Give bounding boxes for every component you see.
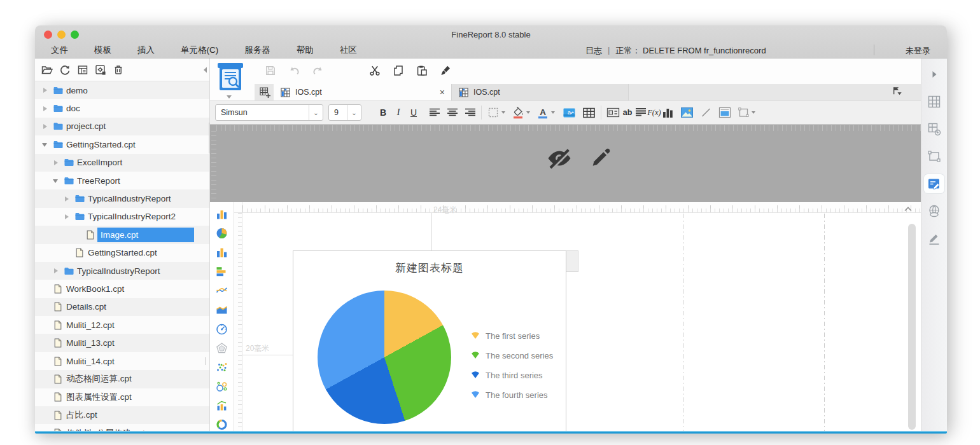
float-element-button[interactable]: [924, 147, 944, 166]
expand-right-button[interactable]: [924, 65, 944, 84]
tree-item[interactable]: doc: [35, 99, 210, 117]
chevron-down-icon[interactable]: ⌄: [309, 105, 323, 120]
undo-button[interactable]: [286, 62, 302, 79]
menu-item-5[interactable]: 服务器: [244, 44, 270, 56]
chevron-down-icon[interactable]: [52, 178, 62, 183]
tree-item[interactable]: 构件树_分层构建.cpt: [35, 424, 210, 432]
align-center-button[interactable]: [447, 108, 458, 117]
tree-item[interactable]: TreeReport: [35, 172, 210, 189]
menu-item-2[interactable]: 模板: [94, 44, 111, 56]
chart-resize-handle[interactable]: [566, 250, 578, 272]
tree-item[interactable]: project.cpt: [35, 118, 210, 135]
tree-item[interactable]: 图表属性设置.cpt: [35, 388, 210, 406]
new-template-button[interactable]: [257, 85, 272, 99]
redo-button[interactable]: [309, 62, 326, 79]
menu-item-4[interactable]: 单元格(C): [181, 44, 218, 56]
tree-item[interactable]: WorkBook1.cpt: [35, 280, 210, 298]
insert-line-button[interactable]: [700, 107, 712, 118]
chevron-down-icon[interactable]: [41, 142, 52, 147]
login-status[interactable]: 未登录: [906, 45, 930, 57]
column-chart-button[interactable]: [215, 207, 229, 221]
chevron-down-icon[interactable]: [526, 111, 530, 114]
scatter-chart-button[interactable]: [215, 360, 229, 374]
widget-settings-button[interactable]: [924, 174, 944, 193]
tree-item[interactable]: Image.cpt: [35, 226, 210, 243]
font-family-select[interactable]: Simsun ⌄: [215, 104, 323, 121]
menu-item-7[interactable]: 社区: [340, 44, 357, 56]
insert-chart-button[interactable]: [662, 107, 674, 118]
chevron-right-icon[interactable]: [41, 88, 52, 93]
menu-item-1[interactable]: 文件: [51, 44, 68, 56]
tree-item[interactable]: Muliti_12.cpt: [35, 316, 210, 334]
log-label[interactable]: 日志: [585, 45, 602, 57]
open-folder-button[interactable]: [40, 63, 54, 77]
text-widget-button[interactable]: ab: [620, 104, 635, 121]
tree-item[interactable]: Muliti_14.cpt: [35, 352, 210, 370]
chevron-right-icon[interactable]: [41, 124, 52, 129]
edit-pencil-icon[interactable]: [587, 145, 613, 172]
template-preview-button[interactable]: [216, 62, 244, 92]
formula-button[interactable]: F(x): [647, 104, 662, 121]
combo-chart-button[interactable]: [215, 399, 229, 413]
tree-item[interactable]: GettingStarted.cpt: [35, 135, 210, 153]
tree-item[interactable]: ExcelImport: [35, 154, 210, 172]
underline-button[interactable]: U: [406, 104, 421, 121]
horizontal-ruler[interactable]: [242, 202, 921, 213]
line-chart-button[interactable]: [215, 284, 229, 298]
log-status[interactable]: 日志 | 正常： DELETE FROM fr_functionrecord: [585, 45, 766, 57]
tree-item[interactable]: 占比.cpt: [35, 406, 210, 424]
report-canvas[interactable]: 24毫米 20毫米 新建图表标题 The first seriesThe sec…: [210, 202, 921, 432]
chevron-down-icon[interactable]: [551, 111, 555, 114]
chevron-down-icon[interactable]: [752, 111, 755, 114]
menu-item-6[interactable]: 帮助: [297, 44, 314, 56]
tree-item[interactable]: TypicalIndustryReport: [35, 189, 210, 207]
tree-item[interactable]: Muliti_13.cpt: [35, 334, 210, 352]
tree-item[interactable]: 动态格间运算.cpt: [35, 370, 210, 388]
chevron-right-icon[interactable]: [63, 196, 73, 202]
bold-button[interactable]: B: [375, 104, 391, 121]
close-tab-icon[interactable]: ×: [440, 88, 445, 97]
chevron-right-icon[interactable]: [41, 106, 52, 111]
insert-image-button[interactable]: [680, 107, 694, 118]
font-size-select[interactable]: 9 ⌄: [328, 104, 361, 121]
refresh-button[interactable]: [58, 63, 72, 77]
paste-button[interactable]: [414, 62, 430, 79]
align-left-button[interactable]: [429, 108, 440, 117]
tree-item[interactable]: GettingStarted.cpt: [35, 244, 210, 262]
tree-item[interactable]: TypicalIndustryReport2: [35, 208, 210, 226]
format-painter-button[interactable]: [437, 62, 454, 79]
chart-float-element[interactable]: 新建图表标题 The first seriesThe second series…: [293, 250, 566, 432]
italic-button[interactable]: I: [391, 104, 406, 121]
pie-chart-button[interactable]: [215, 226, 229, 240]
cell-attribute-button[interactable]: [924, 92, 944, 111]
hyperlink-button[interactable]: [924, 202, 944, 221]
canvas-scrollbar[interactable]: [908, 224, 916, 430]
float-image-button[interactable]: [718, 107, 731, 118]
collapse-sidebar-button[interactable]: [202, 65, 208, 76]
chevron-down-icon[interactable]: ⌄: [347, 105, 361, 120]
bar-chart-button[interactable]: [215, 264, 229, 278]
area-chart-button[interactable]: [215, 303, 229, 317]
cell-style-button[interactable]: a: [563, 107, 576, 119]
radar-chart-button[interactable]: [215, 341, 229, 355]
chevron-right-icon[interactable]: [52, 160, 62, 165]
cell-element-button[interactable]: [924, 120, 944, 139]
menu-item-3[interactable]: 插入: [137, 44, 155, 56]
delete-button[interactable]: [111, 63, 125, 77]
bubble-chart-button[interactable]: [215, 380, 229, 394]
condition-attribute-button[interactable]: [924, 229, 944, 248]
insert-shape-button[interactable]: [738, 107, 755, 118]
tree-item[interactable]: demo: [35, 81, 210, 99]
cut-button[interactable]: [367, 62, 383, 79]
chevron-right-icon[interactable]: [52, 268, 62, 273]
sidebar-resize-grip[interactable]: [206, 357, 210, 365]
copy-button[interactable]: [390, 62, 407, 79]
gauge-chart-button[interactable]: [215, 322, 229, 336]
save-button[interactable]: [262, 62, 279, 79]
donut-chart-button[interactable]: [215, 418, 229, 432]
preview-hidden-icon[interactable]: [545, 145, 573, 172]
tree-item[interactable]: TypicalIndustryReport: [35, 262, 210, 280]
font-color-button[interactable]: A: [536, 106, 555, 119]
align-right-button[interactable]: [465, 108, 476, 117]
column3d-chart-button[interactable]: [215, 245, 229, 259]
